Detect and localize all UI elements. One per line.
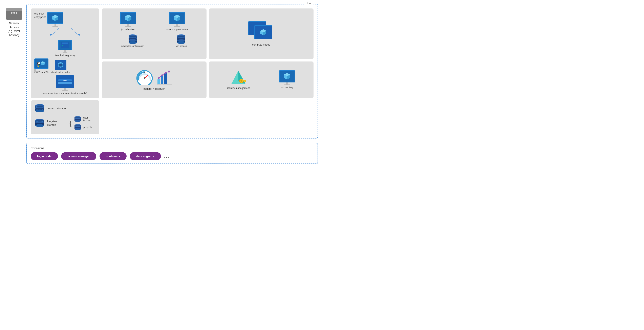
web-portal-group: www web portal (e.g. on-demand, jupyter,… [34,75,96,94]
cell-entry-point: end-user entry point [31,8,99,98]
scratch-storage-group: scratch storage [34,104,96,113]
svg-rect-18 [38,64,39,65]
svg-point-89 [35,124,44,127]
browser-dots [10,11,18,14]
svg-point-14 [39,62,40,63]
extensions-label: extensions [31,147,314,150]
long-term-storage-icon [34,119,45,128]
www-monitor: www [56,75,74,88]
scheduler-label: job scheduler [121,28,136,31]
curly-brace: { [70,120,72,127]
compute-monitor-front [254,25,272,39]
user-homes-label: user homes [84,116,96,122]
user-homes-row: user homes [74,116,96,122]
containers-button[interactable]: containers [100,152,127,160]
accounting-group: accounting [279,70,295,89]
dot-2 [13,12,15,14]
gui-screen-content [36,59,46,68]
svg-rect-20 [38,66,39,67]
page-wrapper: Network Access (e.g. VPN, bastion) cloud… [0,0,322,168]
compute-cube-front [259,28,268,36]
scheduler-cube [124,14,133,22]
terminal-screen: >_ [58,40,72,50]
gui-icon [34,58,48,70]
extensions-buttons: login node license manager containers da… [31,152,314,160]
svg-rect-61 [164,73,167,84]
dot-3 [16,12,17,14]
extensions-section: extensions login node license manager co… [26,143,318,164]
gui-base [34,71,39,72]
svg-point-58 [144,77,145,79]
provisioner-label: resource provisioner [166,28,188,31]
speedometer-icon [136,69,154,85]
chart-icon [156,69,172,85]
scheduler-stand [128,24,129,26]
svg-line-4 [51,28,59,36]
cloud-grid: end-user entry point [31,8,314,134]
vm-images-label: vm images [176,45,187,47]
svg-point-12 [38,62,40,64]
left-panel: Network Access (e.g. VPN, bastion) [4,4,24,37]
terminal-icon: >_ [61,42,69,48]
accounting-base [284,84,290,85]
monitor-observer-icons [136,69,172,85]
identity-management-group: identity management [227,70,250,90]
long-term-storage-row: long-term storage { [34,116,96,131]
license-manager-button[interactable]: license manager [61,152,96,160]
projects-icon [74,124,82,131]
scheduler-db-icon [127,34,138,44]
gui-stand [34,69,36,71]
svg-rect-9 [62,42,68,43]
scheduler-config-group: scheduler configuration [121,34,144,47]
terminal-label: terminal (e.g. ssh) [55,54,75,57]
scheduler-base [125,26,131,27]
www-bar: www [58,79,72,81]
monitor-observer-label: monitor / observer [144,87,165,90]
svg-text:>_: >_ [62,45,65,47]
compute-nodes-label: compute nodes [252,43,270,46]
www-stand [64,88,66,90]
svg-point-47 [177,41,185,44]
monitor-stand [54,24,56,26]
svg-point-63 [161,74,163,76]
accounting-monitor [279,70,295,82]
more-dots: ... [164,154,170,159]
projects-label: projects [84,126,92,129]
scratch-storage-icon [34,104,46,113]
cell-monitor-observer: monitor / observer [102,61,206,98]
entry-monitor-screen [47,12,64,24]
data-migrator-button[interactable]: data migrator [130,152,161,160]
scratch-storage-label: scratch storage [48,107,66,110]
login-node-button[interactable]: login node [31,152,58,160]
cube-icon [52,14,59,22]
svg-point-13 [38,62,39,63]
svg-rect-73 [244,80,245,82]
projects-row: projects [74,124,96,131]
svg-point-38 [128,41,137,44]
monitor-base [52,26,58,27]
vis-cube-icon [57,61,64,69]
vm-images-group: vm images [176,34,187,47]
svg-rect-59 [158,79,160,84]
compute-monitors [248,21,274,41]
browser-bar [6,8,22,11]
cell-identity-accounting: identity management [209,61,314,98]
cloud-container: cloud end-user entry point [26,4,318,139]
resource-provisioner-group: resource provisioner [166,12,188,31]
identity-icon [230,70,246,86]
terminal-stand [64,50,66,52]
accounting-stand [286,82,288,84]
provisioner-base [174,26,180,27]
cell-storage: scratch storage long-term storage [31,100,99,134]
svg-marker-5 [50,34,52,36]
svg-point-62 [158,77,160,79]
provisioner-monitor [169,12,185,24]
svg-point-95 [74,120,81,122]
user-homes-icon [74,116,82,122]
terminal-base [62,52,68,53]
svg-marker-7 [78,34,80,36]
svg-rect-72 [245,80,246,82]
cell-compute: compute nodes [209,8,314,59]
svg-point-64 [165,72,166,74]
www-base [62,90,68,91]
